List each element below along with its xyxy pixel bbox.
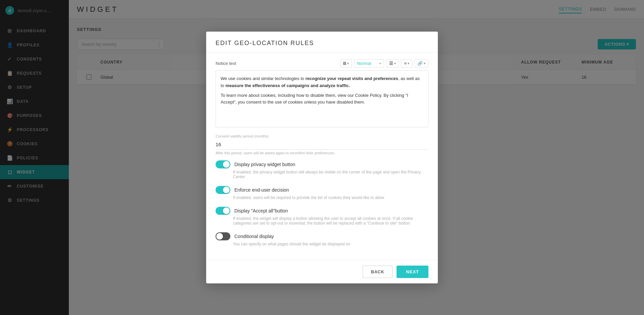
toggle-knob-display_accept_all xyxy=(223,207,230,214)
bold-icon: B xyxy=(343,61,346,66)
list-button[interactable]: ☰ ▾ xyxy=(386,59,399,68)
toggle-desc-display_privacy_widget: If enabled, the privacy widget button wi… xyxy=(233,170,428,179)
modal-header: EDIT GEO-LOCATION RULES xyxy=(206,32,438,52)
editor-paragraph-1: We use cookies and similar technologies … xyxy=(221,75,423,89)
link-icon: 🔗 xyxy=(417,61,423,66)
toggle-knob-display_privacy_widget xyxy=(223,161,230,168)
align-button[interactable]: ≡ ▾ xyxy=(401,59,412,68)
bold-button[interactable]: B ▾ xyxy=(340,59,352,68)
toggle-row-display_accept_all: Display "Accept all"buttonIf enabled, th… xyxy=(216,207,428,226)
toggle-label-display_accept_all: Display "Accept all"button xyxy=(234,208,288,213)
bold-caret-icon: ▾ xyxy=(347,62,349,65)
link-caret-icon: ▾ xyxy=(424,62,425,65)
consent-validity-input[interactable] xyxy=(216,140,428,150)
toggle-row-enforce_end_user: Enforce end-user decisionIf enabled, use… xyxy=(216,186,428,200)
toggle-label-conditional_display: Conditional display xyxy=(234,234,274,239)
toggle-header-display_privacy_widget: Display privacy widget button xyxy=(216,160,428,168)
toggle-switch-display_privacy_widget[interactable] xyxy=(216,160,230,168)
consent-validity-group: Consent validity period (months) After t… xyxy=(216,134,428,155)
toggle-switch-enforce_end_user[interactable] xyxy=(216,186,230,194)
modal-body: Notice text B ▾ Normal ▾ ☰ ▾ ≡ xyxy=(206,52,438,260)
consent-validity-label: Consent validity period (months) xyxy=(216,134,428,138)
list-caret-icon: ▾ xyxy=(394,62,396,65)
format-label: Normal xyxy=(357,61,371,66)
toggle-row-conditional_display: Conditional displayYou can specify on wh… xyxy=(216,232,428,246)
toggle-row-display_privacy_widget: Display privacy widget buttonIf enabled,… xyxy=(216,160,428,179)
toggle-header-conditional_display: Conditional display xyxy=(216,232,428,240)
toggle-switch-conditional_display[interactable] xyxy=(216,232,230,240)
toggle-label-enforce_end_user: Enforce end-user decision xyxy=(234,187,289,193)
align-icon: ≡ xyxy=(404,61,407,66)
align-caret-icon: ▾ xyxy=(408,62,409,65)
modal-footer: BACK NEXT xyxy=(206,260,438,283)
modal-title: EDIT GEO-LOCATION RULES xyxy=(216,40,314,46)
toggle-knob-conditional_display xyxy=(216,233,223,240)
list-icon: ☰ xyxy=(389,61,393,66)
editor-paragraph-2: To learn more about cookies, including h… xyxy=(221,92,423,106)
toggle-desc-enforce_end_user: If enabled, users will be required to pr… xyxy=(233,195,428,200)
back-button[interactable]: BACK xyxy=(363,266,393,278)
link-button[interactable]: 🔗 ▾ xyxy=(414,59,428,68)
format-caret-icon: ▾ xyxy=(379,62,381,65)
toggle-desc-display_accept_all: If enabled, the widget will display a bu… xyxy=(233,216,428,226)
toggle-desc-conditional_display: You can specify on what pages should the… xyxy=(233,242,428,246)
toggle-header-enforce_end_user: Enforce end-user decision xyxy=(216,186,428,194)
toggle-switch-display_accept_all[interactable] xyxy=(216,207,230,215)
toggle-label-display_privacy_widget: Display privacy widget button xyxy=(234,162,295,167)
next-button[interactable]: NEXT xyxy=(397,266,428,278)
format-select-button[interactable]: Normal ▾ xyxy=(354,59,384,68)
toggle-knob-enforce_end_user xyxy=(223,187,230,193)
modal-overlay: EDIT GEO-LOCATION RULES Notice text B ▾ … xyxy=(0,0,644,315)
editor-toolbar: Notice text B ▾ Normal ▾ ☰ ▾ ≡ xyxy=(216,59,428,68)
toggle-header-display_accept_all: Display "Accept all"button xyxy=(216,207,428,215)
editor-label: Notice text xyxy=(216,61,236,66)
editor-controls: B ▾ Normal ▾ ☰ ▾ ≡ ▾ xyxy=(340,59,428,68)
toggles-container: Display privacy widget buttonIf enabled,… xyxy=(216,160,428,246)
consent-validity-hint: After this period, users will be asked a… xyxy=(216,151,428,155)
modal: EDIT GEO-LOCATION RULES Notice text B ▾ … xyxy=(206,32,438,283)
editor-area[interactable]: We use cookies and similar technologies … xyxy=(216,70,428,127)
